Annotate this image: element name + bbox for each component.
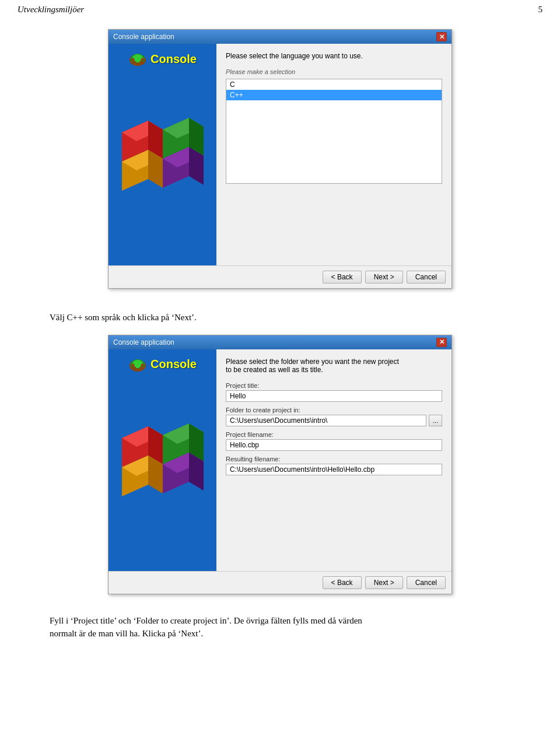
console-banner: Console bbox=[128, 50, 197, 68]
paragraph2: Fyll i ‘Project title’ och ‘Folder to cr… bbox=[50, 614, 510, 640]
console-icon-2 bbox=[128, 355, 147, 374]
field-group-project-filename: Project filename: bbox=[226, 431, 442, 451]
dialog1-footer: < Back Next > Cancel bbox=[108, 265, 452, 288]
svg-point-3 bbox=[132, 61, 136, 64]
list-item-cpp[interactable]: C++ bbox=[226, 90, 442, 100]
paragraph2-line2: normalt är de man vill ha. Klicka på ‘Ne… bbox=[50, 629, 203, 638]
dialog1-title: Console application bbox=[113, 33, 174, 41]
page-header: Utvecklingsmiljöer bbox=[18, 5, 84, 15]
browse-button[interactable]: ... bbox=[429, 415, 442, 426]
dialog1-group-label: Please make a selection bbox=[226, 68, 442, 75]
console-banner-2: Console bbox=[128, 355, 197, 374]
paragraph1: Välj C++ som språk och klicka på ‘Next’. bbox=[50, 311, 510, 324]
dialog1-right-panel: Please select the language you want to u… bbox=[216, 44, 452, 265]
field-input-folder[interactable] bbox=[226, 415, 426, 426]
svg-point-26 bbox=[141, 363, 144, 366]
dialog1-left-panel: Console bbox=[108, 44, 216, 265]
svg-point-4 bbox=[139, 61, 143, 64]
svg-point-23 bbox=[132, 366, 136, 370]
field-row-folder: ... bbox=[226, 415, 442, 426]
dialog2-titlebar: Console application ✕ bbox=[108, 335, 452, 349]
cubes-area bbox=[116, 92, 209, 208]
svg-point-7 bbox=[136, 62, 139, 65]
dialog2-wrapper: Console application ✕ bbox=[108, 335, 452, 594]
cubes-area-2 bbox=[116, 397, 209, 514]
console-icon bbox=[128, 50, 147, 68]
svg-point-25 bbox=[132, 363, 135, 366]
dialog2-back-button[interactable]: < Back bbox=[323, 576, 362, 589]
dialog2-cancel-button[interactable]: Cancel bbox=[407, 576, 446, 589]
svg-point-27 bbox=[136, 368, 139, 370]
svg-point-6 bbox=[141, 58, 144, 61]
field-label-project-filename: Project filename: bbox=[226, 431, 442, 438]
console-label-2: Console bbox=[150, 358, 197, 371]
dialog1-list-container[interactable]: C C++ bbox=[226, 79, 442, 184]
dialog2-title: Console application bbox=[113, 338, 174, 346]
field-input-resulting-filename[interactable] bbox=[226, 464, 442, 475]
field-label-resulting-filename: Resulting filename: bbox=[226, 456, 442, 463]
field-label-project-title: Project title: bbox=[226, 382, 442, 389]
page-number: 5 bbox=[538, 5, 543, 15]
dialog1-instruction: Please select the language you want to u… bbox=[226, 52, 442, 60]
dialog2-instruction: Please select the folder where you want … bbox=[226, 358, 442, 374]
svg-point-5 bbox=[132, 58, 135, 61]
dialog1-window: Console application ✕ bbox=[108, 29, 452, 289]
dialog2-window: Console application ✕ bbox=[108, 335, 452, 594]
dialog1-wrapper: Console application ✕ bbox=[108, 29, 452, 289]
paragraph2-line1: Fyll i ‘Project title’ och ‘Folder to cr… bbox=[50, 616, 362, 625]
list-item-c[interactable]: C bbox=[226, 79, 442, 90]
field-input-project-filename[interactable] bbox=[226, 439, 442, 451]
dialog2-body: Console bbox=[108, 349, 452, 571]
dialog2-left-panel: Console bbox=[108, 349, 216, 571]
dialog1-cancel-button[interactable]: Cancel bbox=[407, 271, 446, 283]
dialog1-back-button[interactable]: < Back bbox=[323, 271, 362, 283]
field-group-folder: Folder to create project in: ... bbox=[226, 407, 442, 426]
svg-point-24 bbox=[139, 366, 143, 370]
dialog2-next-button[interactable]: Next > bbox=[365, 576, 403, 589]
field-label-folder: Folder to create project in: bbox=[226, 407, 442, 414]
dialog2-footer: < Back Next > Cancel bbox=[108, 571, 452, 594]
console-label: Console bbox=[150, 52, 197, 66]
dialog1-body: Console bbox=[108, 44, 452, 265]
dialog1-titlebar: Console application ✕ bbox=[108, 30, 452, 44]
dialog2-right-panel: Please select the folder where you want … bbox=[216, 349, 452, 571]
dialog2-close-button[interactable]: ✕ bbox=[436, 338, 447, 347]
field-group-project-title: Project title: bbox=[226, 382, 442, 402]
dialog1-close-button[interactable]: ✕ bbox=[436, 32, 447, 41]
field-group-resulting-filename: Resulting filename: bbox=[226, 456, 442, 475]
field-input-project-title[interactable] bbox=[226, 390, 442, 402]
dialog1-next-button[interactable]: Next > bbox=[365, 271, 403, 283]
